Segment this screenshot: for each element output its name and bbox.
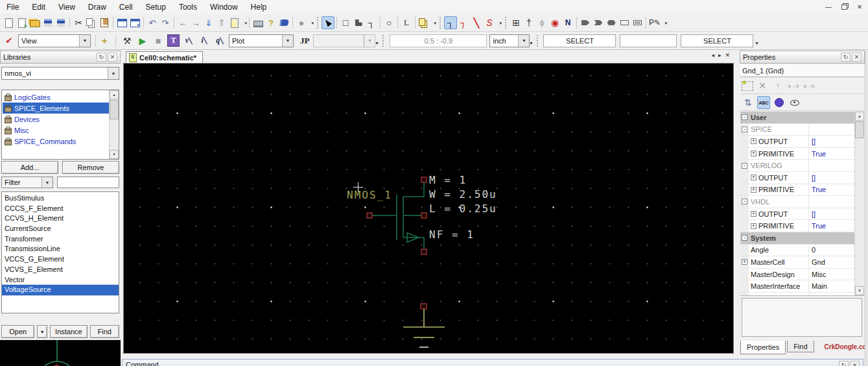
remove-library-button[interactable]: Remove xyxy=(62,161,119,174)
menu-setup[interactable]: Setup xyxy=(139,0,172,14)
tab-scroll-left-icon[interactable]: ◂ xyxy=(711,52,714,58)
expand-icon[interactable]: + xyxy=(751,187,757,193)
scroll-up-icon[interactable]: ▲ xyxy=(855,112,864,121)
property-value[interactable] xyxy=(808,112,855,123)
panel-float-icon[interactable]: ↻ xyxy=(97,53,106,62)
record-icon[interactable]: ◉ xyxy=(548,16,561,29)
back-icon[interactable]: ← xyxy=(176,16,189,29)
cell-item-busstimulus[interactable]: BusStimulus xyxy=(2,193,119,204)
current-probe-icon[interactable]: i xyxy=(198,34,211,47)
property-value[interactable]: [] xyxy=(808,136,855,147)
print-icon[interactable] xyxy=(252,16,264,29)
cell-item-vector[interactable]: Vector xyxy=(2,275,119,286)
user-guide-icon[interactable] xyxy=(277,16,290,29)
param-w-label[interactable]: W = 2.50u xyxy=(429,188,497,201)
prop-row-spice-output[interactable]: +OUTPUT [] xyxy=(740,136,855,148)
property-value[interactable]: [] xyxy=(808,208,855,220)
tab-close-icon[interactable]: ✕ xyxy=(725,52,730,58)
library-tree-scrollbar[interactable]: ▲ ▼ xyxy=(109,90,119,159)
menu-help[interactable]: Help xyxy=(244,0,274,14)
tspice-icon[interactable]: T xyxy=(167,34,180,47)
chevron-down-icon[interactable]: ▼ xyxy=(282,35,293,47)
expand-icon[interactable]: + xyxy=(751,151,757,156)
expand-icon[interactable]: + xyxy=(751,175,757,180)
expand-collapse-icon[interactable]: + xyxy=(742,259,747,265)
plot-combo[interactable]: Plot▼ xyxy=(229,34,294,47)
param-nf-label[interactable]: NF = 1 xyxy=(429,228,475,241)
delete-property-icon[interactable]: ✕ xyxy=(756,79,769,92)
cell-item-transmissionline[interactable]: TransmissionLine xyxy=(2,244,119,254)
property-value[interactable] xyxy=(808,196,855,208)
polygon-tool-icon[interactable] xyxy=(352,16,365,29)
rename-all-properties-icon[interactable]: a→b xyxy=(803,79,815,92)
design-combo[interactable]: nmos_vi▼ xyxy=(1,67,119,80)
nmos-transistor-symbol[interactable] xyxy=(363,173,428,258)
cut-icon[interactable]: ✂ xyxy=(72,16,85,29)
tab-properties[interactable]: Properties xyxy=(740,341,786,354)
prop-group-spice[interactable]: - SPICE xyxy=(740,124,855,136)
menu-draw[interactable]: Draw xyxy=(82,0,113,14)
jp-icon[interactable]: JP xyxy=(300,36,309,46)
out-port-tool-icon[interactable] xyxy=(592,16,605,29)
charge-probe-icon[interactable]: q xyxy=(213,34,226,47)
show-property-names-icon[interactable]: ABC xyxy=(757,96,770,109)
menu-window[interactable]: Window xyxy=(204,0,244,14)
property-value[interactable] xyxy=(808,124,855,136)
property-value[interactable]: [] xyxy=(808,172,855,184)
scrollbar-thumb[interactable] xyxy=(855,121,864,138)
bookmarks-window-icon[interactable] xyxy=(128,16,141,29)
instance-button[interactable]: Instance xyxy=(50,325,87,338)
schematic-canvas[interactable]: NMOS_1 M = 1 W = 2.50u L = 0.25u NF = 1 xyxy=(123,63,734,354)
waveform-combo[interactable]: ▼ xyxy=(313,34,375,47)
open-view-icon[interactable] xyxy=(16,16,29,29)
new-design-icon[interactable] xyxy=(3,16,16,29)
prop-section-user[interactable]: - User xyxy=(740,112,855,124)
cell-item-cccs-f-element[interactable]: CCCS_F_Element xyxy=(2,204,119,214)
pop-out-of-cell-icon[interactable]: ⇑ xyxy=(215,16,228,29)
in-port-tool-icon[interactable] xyxy=(579,16,592,29)
expand-collapse-icon[interactable]: - xyxy=(742,163,747,169)
wire-45-tool-icon[interactable]: ┐ xyxy=(456,16,471,30)
open-cell-icon[interactable] xyxy=(228,16,241,29)
expand-icon[interactable]: + xyxy=(751,223,757,229)
tab-cell0-schematic[interactable]: Cell0:schematic* xyxy=(126,51,203,63)
forward-icon[interactable]: → xyxy=(189,16,202,29)
stop-disabled-icon[interactable]: ● xyxy=(295,16,308,29)
ground-symbol[interactable] xyxy=(403,302,448,349)
units-combo[interactable]: inch▼ xyxy=(489,34,530,47)
close-icon[interactable]: ✕ xyxy=(855,2,864,11)
scrollbar-thumb[interactable] xyxy=(110,100,119,119)
push-into-cell-icon[interactable]: ⇓ xyxy=(202,16,215,29)
expand-collapse-icon[interactable]: - xyxy=(742,127,747,132)
toolbar-options-caret[interactable]: ▾ xyxy=(375,40,378,46)
mouse-button-middle-field[interactable] xyxy=(620,34,677,47)
open-cell-button[interactable]: Open xyxy=(1,325,34,338)
add-library-button[interactable]: Add... xyxy=(1,161,58,174)
view-mode-combo[interactable]: View▼ xyxy=(18,34,91,47)
prop-row-angle[interactable]: Angle 0 xyxy=(740,245,855,257)
filter-input[interactable] xyxy=(57,177,119,188)
setup-simulation-icon[interactable]: ⚒ xyxy=(121,34,134,47)
netlist-icon[interactable]: N xyxy=(561,16,574,29)
wire-curve-tool-icon[interactable]: S xyxy=(483,16,496,29)
goto-window-icon[interactable] xyxy=(115,16,128,29)
new-property-icon[interactable] xyxy=(742,81,753,91)
prop-section-system[interactable]: - System xyxy=(740,232,855,245)
property-value[interactable]: 0 xyxy=(808,245,855,256)
panel-close-icon[interactable]: ✕ xyxy=(850,361,860,366)
rename-property-icon[interactable]: a→b xyxy=(787,79,800,92)
cell-item-vcvs-e-element[interactable]: VCVS_E_Element xyxy=(2,265,119,275)
property-value[interactable] xyxy=(808,232,855,244)
menu-file[interactable]: File xyxy=(0,0,25,14)
panel-float-icon[interactable]: ↻ xyxy=(839,361,849,366)
scroll-down-icon[interactable]: ▼ xyxy=(855,286,864,295)
prop-row-vhdl-output[interactable]: +OUTPUT [] xyxy=(740,208,855,221)
expand-icon[interactable]: + xyxy=(751,211,757,217)
expand-collapse-icon[interactable]: - xyxy=(742,199,747,204)
property-value[interactable]: True xyxy=(808,184,855,196)
check-icon[interactable]: ✔ xyxy=(3,34,16,47)
property-value[interactable]: True xyxy=(808,148,855,160)
panel-close-icon[interactable]: ✕ xyxy=(108,53,117,62)
cell-item-voltagesource[interactable]: VoltageSource xyxy=(2,285,119,295)
prop-row-verilog-output[interactable]: +OUTPUT [] xyxy=(740,172,855,184)
